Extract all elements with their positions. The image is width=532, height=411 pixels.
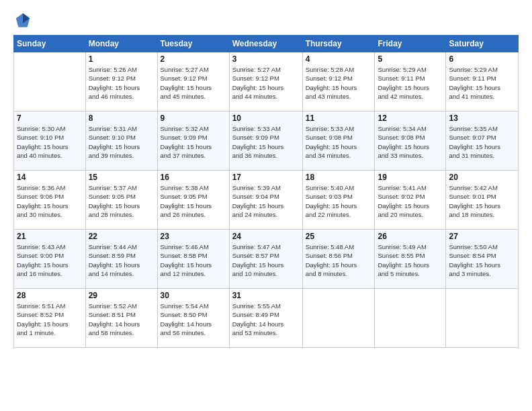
calendar-cell: 9Sunrise: 5:32 AM Sunset: 9:09 PM Daylig… [157,111,229,171]
day-number: 6 [449,54,515,64]
weekday-header-monday: Monday [85,36,157,52]
calendar-cell [375,289,446,348]
weekday-header-tuesday: Tuesday [157,36,229,52]
day-info: Sunrise: 5:27 AM Sunset: 9:12 PM Dayligh… [161,65,226,101]
day-info: Sunrise: 5:46 AM Sunset: 8:58 PM Dayligh… [161,242,226,278]
calendar-cell: 14Sunrise: 5:36 AM Sunset: 9:06 PM Dayli… [14,171,86,230]
calendar-cell: 12Sunrise: 5:34 AM Sunset: 9:08 PM Dayli… [375,111,446,171]
day-info: Sunrise: 5:33 AM Sunset: 9:08 PM Dayligh… [306,124,372,160]
calendar-cell [14,52,86,111]
day-number: 15 [89,173,154,182]
day-number: 9 [161,113,226,123]
header [13,12,519,31]
day-number: 26 [378,232,443,241]
calendar-cell: 17Sunrise: 5:39 AM Sunset: 9:04 PM Dayli… [229,171,302,230]
day-info: Sunrise: 5:29 AM Sunset: 9:11 PM Dayligh… [378,65,443,101]
calendar-cell: 1Sunrise: 5:26 AM Sunset: 9:12 PM Daylig… [85,52,157,111]
calendar-week-row: 7Sunrise: 5:30 AM Sunset: 9:10 PM Daylig… [14,111,519,171]
day-number: 14 [17,173,83,182]
day-info: Sunrise: 5:38 AM Sunset: 9:05 PM Dayligh… [161,183,226,219]
day-info: Sunrise: 5:51 AM Sunset: 8:52 PM Dayligh… [17,302,83,337]
day-info: Sunrise: 5:32 AM Sunset: 9:09 PM Dayligh… [161,124,226,160]
day-number: 18 [306,173,372,182]
logo-icon [13,12,32,31]
calendar-cell: 2Sunrise: 5:27 AM Sunset: 9:12 PM Daylig… [157,52,229,111]
weekday-header-thursday: Thursday [302,36,375,52]
calendar-cell: 11Sunrise: 5:33 AM Sunset: 9:08 PM Dayli… [302,111,375,171]
day-number: 29 [89,291,154,300]
calendar-cell: 19Sunrise: 5:41 AM Sunset: 9:02 PM Dayli… [375,171,446,230]
calendar-cell: 27Sunrise: 5:50 AM Sunset: 8:54 PM Dayli… [446,230,519,289]
calendar-cell: 15Sunrise: 5:37 AM Sunset: 9:05 PM Dayli… [85,171,157,230]
calendar-cell: 8Sunrise: 5:31 AM Sunset: 9:10 PM Daylig… [85,111,157,171]
day-number: 8 [89,113,154,123]
day-number: 4 [306,54,372,64]
calendar-week-row: 21Sunrise: 5:43 AM Sunset: 9:00 PM Dayli… [14,230,519,289]
calendar-cell: 16Sunrise: 5:38 AM Sunset: 9:05 PM Dayli… [157,171,229,230]
day-number: 19 [378,173,443,182]
calendar-cell: 26Sunrise: 5:49 AM Sunset: 8:55 PM Dayli… [375,230,446,289]
day-number: 7 [17,113,83,123]
calendar-week-row: 14Sunrise: 5:36 AM Sunset: 9:06 PM Dayli… [14,171,519,230]
day-number: 16 [161,173,226,182]
day-info: Sunrise: 5:43 AM Sunset: 9:00 PM Dayligh… [17,242,83,278]
weekday-header-sunday: Sunday [14,36,86,52]
calendar-cell: 10Sunrise: 5:33 AM Sunset: 9:09 PM Dayli… [229,111,302,171]
day-number: 5 [378,54,443,64]
weekday-header-saturday: Saturday [446,36,519,52]
calendar-cell [302,289,375,348]
day-number: 21 [17,232,83,241]
calendar-cell: 3Sunrise: 5:27 AM Sunset: 9:12 PM Daylig… [229,52,302,111]
calendar-cell: 31Sunrise: 5:55 AM Sunset: 8:49 PM Dayli… [229,289,302,348]
calendar-cell: 5Sunrise: 5:29 AM Sunset: 9:11 PM Daylig… [375,52,446,111]
day-info: Sunrise: 5:34 AM Sunset: 9:08 PM Dayligh… [378,124,443,160]
day-info: Sunrise: 5:30 AM Sunset: 9:10 PM Dayligh… [17,124,83,160]
day-info: Sunrise: 5:26 AM Sunset: 9:12 PM Dayligh… [89,65,154,101]
day-number: 2 [161,54,226,64]
calendar-cell: 18Sunrise: 5:40 AM Sunset: 9:03 PM Dayli… [302,171,375,230]
day-info: Sunrise: 5:50 AM Sunset: 8:54 PM Dayligh… [449,242,515,278]
day-info: Sunrise: 5:35 AM Sunset: 9:07 PM Dayligh… [449,124,515,160]
calendar-cell: 29Sunrise: 5:52 AM Sunset: 8:51 PM Dayli… [85,289,157,348]
day-number: 3 [232,54,300,64]
day-info: Sunrise: 5:28 AM Sunset: 9:12 PM Dayligh… [306,65,372,101]
day-number: 30 [161,291,226,300]
weekday-header-row: SundayMondayTuesdayWednesdayThursdayFrid… [14,36,519,52]
calendar-cell: 7Sunrise: 5:30 AM Sunset: 9:10 PM Daylig… [14,111,86,171]
day-number: 17 [232,173,300,182]
day-info: Sunrise: 5:54 AM Sunset: 8:50 PM Dayligh… [161,302,226,337]
calendar-cell: 20Sunrise: 5:42 AM Sunset: 9:01 PM Dayli… [446,171,519,230]
calendar-cell: 24Sunrise: 5:47 AM Sunset: 8:57 PM Dayli… [229,230,302,289]
day-info: Sunrise: 5:48 AM Sunset: 8:56 PM Dayligh… [306,242,372,278]
day-number: 20 [449,173,515,182]
calendar-cell: 22Sunrise: 5:44 AM Sunset: 8:59 PM Dayli… [85,230,157,289]
day-info: Sunrise: 5:49 AM Sunset: 8:55 PM Dayligh… [378,242,443,278]
calendar-table: SundayMondayTuesdayWednesdayThursdayFrid… [13,35,519,348]
calendar-cell: 28Sunrise: 5:51 AM Sunset: 8:52 PM Dayli… [14,289,86,348]
calendar-cell: 23Sunrise: 5:46 AM Sunset: 8:58 PM Dayli… [157,230,229,289]
day-info: Sunrise: 5:41 AM Sunset: 9:02 PM Dayligh… [378,183,443,219]
day-info: Sunrise: 5:27 AM Sunset: 9:12 PM Dayligh… [232,65,300,101]
day-info: Sunrise: 5:40 AM Sunset: 9:03 PM Dayligh… [306,183,372,219]
page: SundayMondayTuesdayWednesdayThursdayFrid… [0,0,532,411]
weekday-header-wednesday: Wednesday [229,36,302,52]
day-number: 27 [449,232,515,241]
calendar-cell: 30Sunrise: 5:54 AM Sunset: 8:50 PM Dayli… [157,289,229,348]
calendar-week-row: 1Sunrise: 5:26 AM Sunset: 9:12 PM Daylig… [14,52,519,111]
day-number: 22 [89,232,154,241]
day-info: Sunrise: 5:37 AM Sunset: 9:05 PM Dayligh… [89,183,154,219]
day-number: 31 [232,291,300,300]
day-number: 10 [232,113,300,123]
day-info: Sunrise: 5:47 AM Sunset: 8:57 PM Dayligh… [232,242,300,278]
day-info: Sunrise: 5:29 AM Sunset: 9:11 PM Dayligh… [449,65,515,101]
day-info: Sunrise: 5:39 AM Sunset: 9:04 PM Dayligh… [232,183,300,219]
day-info: Sunrise: 5:42 AM Sunset: 9:01 PM Dayligh… [449,183,515,219]
calendar-cell: 13Sunrise: 5:35 AM Sunset: 9:07 PM Dayli… [446,111,519,171]
day-info: Sunrise: 5:33 AM Sunset: 9:09 PM Dayligh… [232,124,300,160]
day-number: 23 [161,232,226,241]
day-info: Sunrise: 5:31 AM Sunset: 9:10 PM Dayligh… [89,124,154,160]
calendar-cell [446,289,519,348]
day-number: 13 [449,113,515,123]
weekday-header-friday: Friday [375,36,446,52]
day-info: Sunrise: 5:36 AM Sunset: 9:06 PM Dayligh… [17,183,83,219]
